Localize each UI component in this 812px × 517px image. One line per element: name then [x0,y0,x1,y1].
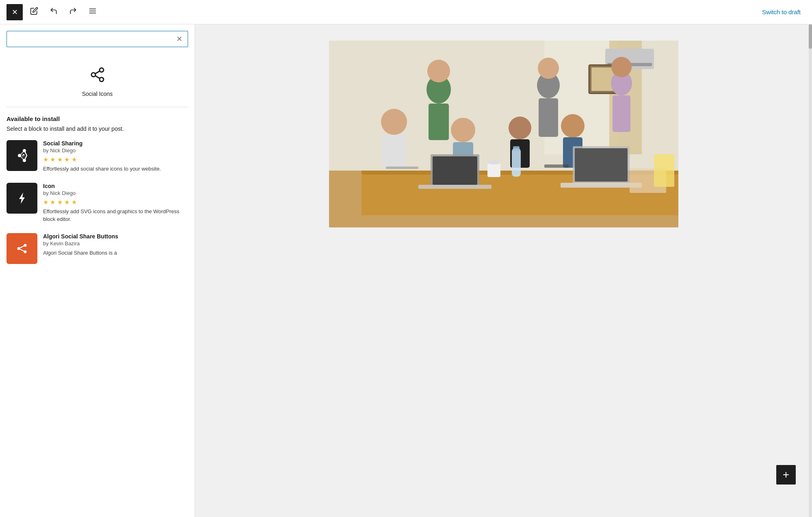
svg-rect-36 [429,104,449,140]
svg-rect-42 [613,95,630,132]
plugin-info-icon: Icon by Nick Diego ★ ★ ★ ★ ★ Effortlessl… [43,183,188,223]
scroll-indicator [809,24,812,517]
svg-line-7 [95,71,100,74]
social-icons-block-result[interactable]: Social Icons [6,57,188,104]
switch-to-draft-button[interactable]: Switch to draft [757,5,806,19]
svg-point-41 [611,57,632,77]
svg-point-38 [538,58,559,79]
svg-rect-58 [513,146,520,151]
plugin-desc-algori: Algori Social Share Buttons is a [43,249,188,257]
edit-icon [30,7,38,17]
add-block-button[interactable]: + [776,465,796,485]
star-4: ★ [64,199,69,206]
menu-icon [89,7,97,17]
redo-icon [69,7,77,17]
plugin-icon-social-sharing [6,140,37,171]
plugin-stars-social-sharing: ★ ★ ★ ★ ★ [43,156,188,163]
available-to-install-section: Available to install Select a block to i… [6,115,188,264]
plugin-author-social-sharing: by Nick Diego [43,147,188,154]
svg-rect-55 [575,148,628,182]
plugin-item-social-sharing[interactable]: Social Sharing by Nick Diego ★ ★ ★ ★ ★ E… [6,140,188,173]
edit-button[interactable] [26,4,42,20]
svg-line-6 [95,76,100,79]
undo-button[interactable] [45,4,62,20]
svg-rect-44 [382,135,406,167]
scroll-thumb [809,24,812,49]
svg-rect-59 [487,162,500,177]
svg-point-60 [487,160,500,164]
toolbar: ✕ [0,0,812,24]
plugin-desc-icon: Effortlessly add SVG icons and graphics … [43,208,188,223]
svg-point-45 [451,118,475,142]
add-icon: + [783,468,789,481]
clear-icon: ✕ [176,35,182,43]
star-5: ★ [71,199,77,206]
close-icon: ✕ [12,8,18,17]
search-input[interactable]: social icons [6,31,188,47]
available-section-title: Available to install [6,115,188,122]
plugin-name-algori: Algori Social Share Buttons [43,233,188,240]
star-1: ★ [43,199,48,206]
svg-rect-62 [386,167,418,169]
plugin-stars-icon: ★ ★ ★ ★ ★ [43,199,188,206]
plugin-icon-icon [6,183,37,214]
svg-rect-61 [544,164,569,168]
plugin-name-icon: Icon [43,183,188,189]
plugin-icon-algori [6,233,37,264]
plugin-author-algori: by Kevin Bazira [43,240,188,247]
svg-point-47 [509,117,531,139]
star-1: ★ [43,156,48,163]
star-4: ★ [64,156,69,163]
svg-rect-39 [539,98,558,137]
svg-rect-17 [13,240,31,257]
social-icons-block-label: Social Icons [82,91,113,97]
toolbar-right: Switch to draft [757,5,806,19]
star-2: ★ [50,199,55,206]
search-wrapper: social icons ✕ [6,31,188,47]
star-3: ★ [57,199,63,206]
star-2: ★ [50,156,55,163]
plugin-name-social-sharing: Social Sharing [43,140,188,147]
plugin-author-icon: by Nick Diego [43,190,188,196]
svg-rect-64 [654,154,674,187]
svg-rect-53 [418,185,492,189]
post-image [329,41,678,227]
editor-content: + [195,24,812,517]
section-divider [6,107,188,107]
svg-point-43 [381,109,407,135]
star-3: ★ [57,156,63,163]
star-5: ★ [71,156,77,163]
social-icons-block-icon [89,67,106,87]
plugin-desc-social-sharing: Effortlessly add social share icons to y… [43,165,188,173]
toolbar-left: ✕ [6,4,101,20]
svg-rect-57 [512,148,521,177]
svg-rect-52 [433,156,477,185]
plugin-info-algori: Algori Social Share Buttons by Kevin Baz… [43,233,188,257]
svg-point-49 [561,114,585,138]
available-section-subtitle: Select a block to install and add it to … [6,125,188,132]
main-area: social icons ✕ Social Icons Available to [0,24,812,517]
plugin-info-social-sharing: Social Sharing by Nick Diego ★ ★ ★ ★ ★ E… [43,140,188,173]
block-inserter-panel: social icons ✕ Social Icons Available to [0,24,195,517]
redo-button[interactable] [65,4,81,20]
menu-button[interactable] [84,4,101,20]
plugin-item-icon[interactable]: Icon by Nick Diego ★ ★ ★ ★ ★ Effortlessl… [6,183,188,223]
close-button[interactable]: ✕ [6,4,23,20]
undo-icon [50,7,58,17]
search-clear-button[interactable]: ✕ [175,34,184,44]
plugin-item-algori[interactable]: Algori Social Share Buttons by Kevin Baz… [6,233,188,264]
post-image-wrapper [329,41,678,227]
svg-point-35 [427,60,450,82]
